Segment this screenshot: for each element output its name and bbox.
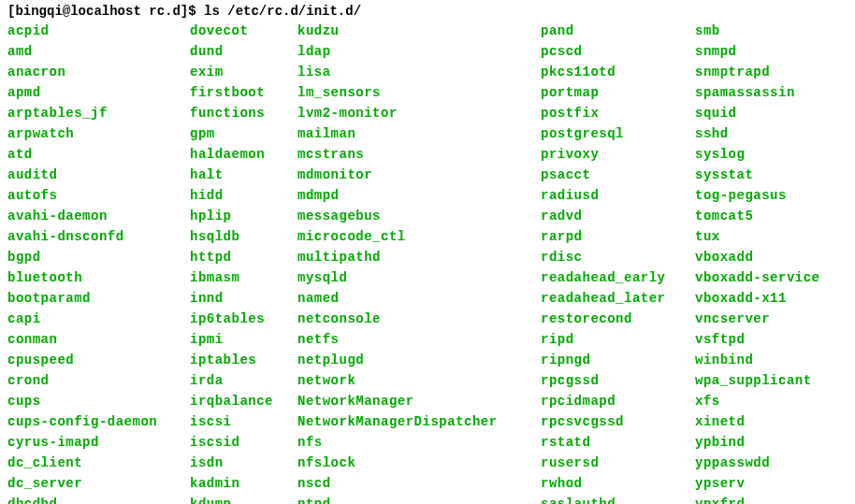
file-entry: bootparamd: [7, 288, 190, 309]
listing-column-5: smbsnmpdsnmptrapdspamassassinsquidsshdsy…: [695, 21, 820, 504]
file-entry: postgresql: [541, 123, 695, 144]
file-entry: hsqldb: [190, 226, 297, 247]
file-entry: functions: [190, 103, 297, 123]
listing-column-4: pandpcscdpkcs11otdportmappostfixpostgres…: [541, 21, 695, 504]
file-entry: exim: [190, 62, 297, 82]
file-entry: mcstrans: [297, 144, 541, 165]
file-entry: winbind: [695, 350, 820, 370]
file-entry: netfs: [297, 329, 541, 350]
file-entry: rwhod: [541, 473, 695, 494]
file-entry: dhcdbd: [7, 494, 190, 504]
file-entry: rusersd: [541, 453, 695, 473]
file-entry: lm_sensors: [297, 82, 541, 103]
file-entry: netconsole: [297, 309, 541, 329]
file-entry: NetworkManager: [297, 391, 541, 411]
file-entry: netplugd: [297, 350, 541, 370]
prompt-line: [bingqi@localhost rc.d]$ ls /etc/rc.d/in…: [7, 4, 848, 19]
file-entry: autofs: [7, 185, 190, 206]
file-entry: dc_client: [7, 453, 190, 473]
file-entry: hidd: [190, 185, 297, 206]
file-entry: mdmpd: [297, 185, 541, 206]
file-entry: cups-config-daemon: [7, 411, 190, 432]
file-entry: syslog: [695, 144, 820, 165]
file-entry: xinetd: [695, 411, 820, 432]
file-entry: pkcs11otd: [541, 62, 695, 82]
file-entry: ypbind: [695, 432, 820, 453]
file-entry: spamassassin: [695, 82, 820, 103]
file-entry: cpuspeed: [7, 350, 190, 370]
file-entry: tomcat5: [695, 206, 820, 226]
file-entry: tog-pegasus: [695, 185, 820, 206]
file-entry: amd: [7, 41, 190, 62]
file-entry: nfs: [297, 432, 541, 453]
file-entry: tux: [695, 226, 820, 247]
prompt-userhost: [bingqi@localhost rc.d]$: [7, 4, 204, 19]
file-entry: nfslock: [297, 453, 541, 473]
file-entry: ntpd: [297, 494, 541, 504]
file-entry: ypxfrd: [695, 494, 820, 504]
file-entry: nscd: [297, 473, 541, 494]
file-entry: multipathd: [297, 247, 541, 267]
file-entry: microcode_ctl: [297, 226, 541, 247]
file-entry: halt: [190, 165, 297, 185]
file-entry: snmptrapd: [695, 62, 820, 82]
file-entry: capi: [7, 309, 190, 329]
file-entry: ldap: [297, 41, 541, 62]
file-entry: dovecot: [190, 21, 297, 41]
file-entry: xfs: [695, 391, 820, 411]
file-entry: pcscd: [541, 41, 695, 62]
listing-column-3: kudzuldaplisalm_sensorslvm2-monitormailm…: [297, 21, 541, 504]
file-entry: rarpd: [541, 226, 695, 247]
file-entry: privoxy: [541, 144, 695, 165]
file-entry: radiusd: [541, 185, 695, 206]
listing-column-2: dovecotdundeximfirstbootfunctionsgpmhald…: [190, 21, 297, 504]
file-entry: innd: [190, 288, 297, 309]
file-entry: restorecond: [541, 309, 695, 329]
file-entry: psacct: [541, 165, 695, 185]
file-entry: anacron: [7, 62, 190, 82]
file-entry: bgpd: [7, 247, 190, 267]
file-entry: dund: [190, 41, 297, 62]
file-entry: avahi-dnsconfd: [7, 226, 190, 247]
file-entry: portmap: [541, 82, 695, 103]
file-entry: ibmasm: [190, 267, 297, 288]
file-entry: kadmin: [190, 473, 297, 494]
file-entry: firstboot: [190, 82, 297, 103]
file-entry: rpcsvcgssd: [541, 411, 695, 432]
file-entry: sshd: [695, 123, 820, 144]
file-entry: lisa: [297, 62, 541, 82]
prompt-command: ls /etc/rc.d/init.d/: [204, 4, 361, 19]
file-entry: smb: [695, 21, 820, 41]
file-entry: readahead_early: [541, 267, 695, 288]
file-entry: avahi-daemon: [7, 206, 190, 226]
file-entry: ripngd: [541, 350, 695, 370]
file-entry: saslauthd: [541, 494, 695, 504]
file-entry: vboxadd-service: [695, 267, 820, 288]
file-entry: postfix: [541, 103, 695, 123]
file-entry: rpcgssd: [541, 370, 695, 391]
file-entry: haldaemon: [190, 144, 297, 165]
file-entry: hplip: [190, 206, 297, 226]
file-entry: atd: [7, 144, 190, 165]
file-entry: rdisc: [541, 247, 695, 267]
file-entry: rpcidmapd: [541, 391, 695, 411]
file-entry: kudzu: [297, 21, 541, 41]
file-entry: vncserver: [695, 309, 820, 329]
file-entry: crond: [7, 370, 190, 391]
file-entry: apmd: [7, 82, 190, 103]
file-entry: auditd: [7, 165, 190, 185]
file-entry: lvm2-monitor: [297, 103, 541, 123]
file-entry: arptables_jf: [7, 103, 190, 123]
file-entry: network: [297, 370, 541, 391]
file-entry: mailman: [297, 123, 541, 144]
file-entry: pand: [541, 21, 695, 41]
file-entry: named: [297, 288, 541, 309]
file-entry: radvd: [541, 206, 695, 226]
file-entry: mysqld: [297, 267, 541, 288]
file-entry: dc_server: [7, 473, 190, 494]
file-entry: vboxadd: [695, 247, 820, 267]
file-entry: ripd: [541, 329, 695, 350]
file-entry: yppasswdd: [695, 453, 820, 473]
file-entry: snmpd: [695, 41, 820, 62]
file-entry: gpm: [190, 123, 297, 144]
